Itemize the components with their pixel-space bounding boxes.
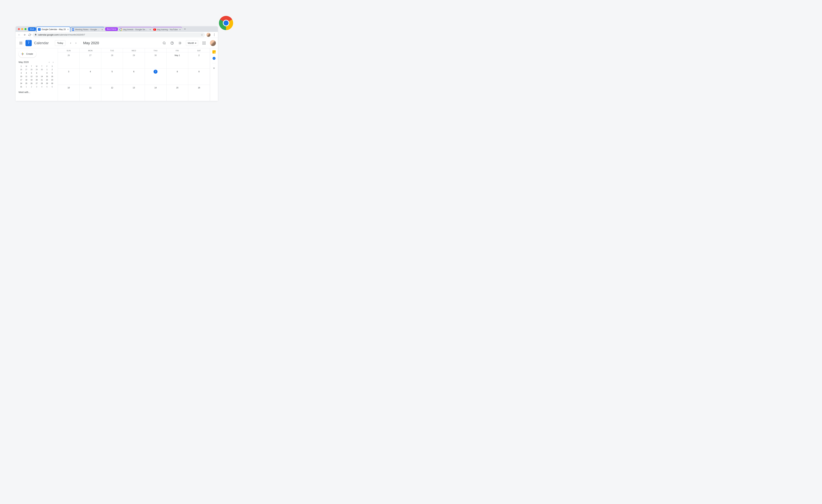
date-cell[interactable]: May 1 xyxy=(166,52,188,68)
close-window-button[interactable] xyxy=(18,28,20,30)
mini-next-button[interactable]: › xyxy=(51,60,55,64)
date-cell[interactable]: 7 xyxy=(145,69,166,85)
mini-day-cell[interactable]: 8 xyxy=(44,71,49,75)
prev-month-button[interactable]: ‹ xyxy=(68,40,73,46)
date-cell[interactable]: 13 xyxy=(123,85,145,101)
mini-day-cell[interactable]: 27 xyxy=(24,68,29,71)
close-tab-icon[interactable]: × xyxy=(149,28,151,31)
mini-day-cell[interactable]: 22 xyxy=(44,78,49,82)
mini-day-cell[interactable]: 28 xyxy=(29,68,34,71)
tab-calendar[interactable]: 7 Google Calendar - May 20 × xyxy=(36,27,70,32)
mini-day-cell[interactable]: 21 xyxy=(39,78,44,82)
mini-day-cell[interactable]: 13 xyxy=(34,75,39,78)
mini-day-cell[interactable]: 5 xyxy=(29,71,34,75)
mini-day-cell[interactable]: 23 xyxy=(50,78,55,82)
date-cell[interactable]: 11 xyxy=(80,85,101,101)
address-bar[interactable]: calendar.google.com/calendar/r/month/202… xyxy=(33,33,205,37)
date-cell[interactable]: 14 xyxy=(145,85,166,101)
date-cell[interactable]: 12 xyxy=(101,85,123,101)
mini-day-cell[interactable]: 4 xyxy=(39,85,44,89)
mini-day-cell[interactable]: 24 xyxy=(19,82,24,85)
mini-prev-button[interactable]: ‹ xyxy=(47,60,51,64)
mini-day-cell[interactable]: 7 xyxy=(39,71,44,75)
mini-day-cell[interactable]: 25 xyxy=(24,82,29,85)
date-cell[interactable]: 28 xyxy=(101,52,123,68)
forward-button[interactable] xyxy=(22,33,27,37)
tab-group-work[interactable]: Work xyxy=(28,27,36,31)
date-cell[interactable]: 26 xyxy=(58,52,80,68)
tab-docs[interactable]: Meeting Notes - Google Do × xyxy=(70,27,104,32)
mini-day-cell[interactable]: 12 xyxy=(29,75,34,78)
mini-day-cell[interactable]: 2 xyxy=(50,68,55,71)
google-apps-button[interactable] xyxy=(201,40,207,46)
mini-day-cell[interactable]: 9 xyxy=(50,71,55,75)
date-cell[interactable]: 10 xyxy=(58,85,80,101)
tasks-icon[interactable] xyxy=(213,57,216,60)
create-button[interactable]: Create xyxy=(19,50,36,57)
minimize-window-button[interactable] xyxy=(21,28,23,30)
reload-button[interactable] xyxy=(27,33,32,37)
tab-group-best-friend[interactable]: Best friend xyxy=(105,27,118,31)
date-cell[interactable]: 9 xyxy=(188,69,210,85)
date-cell[interactable]: 15 xyxy=(166,85,188,101)
mini-day-cell[interactable]: 29 xyxy=(34,68,39,71)
mini-day-cell[interactable]: 30 xyxy=(50,82,55,85)
help-button[interactable] xyxy=(169,40,175,46)
mini-day-cell[interactable]: 20 xyxy=(34,78,39,82)
mini-day-cell[interactable]: 4 xyxy=(24,71,29,75)
mini-day-cell[interactable]: 10 xyxy=(19,75,24,78)
mini-day-cell[interactable]: 29 xyxy=(44,82,49,85)
main-menu-button[interactable] xyxy=(18,40,24,46)
next-month-button[interactable]: › xyxy=(73,40,79,46)
mini-day-cell[interactable]: 15 xyxy=(44,75,49,78)
date-cell[interactable]: 30 xyxy=(145,52,166,68)
mini-day-cell[interactable]: 1 xyxy=(44,68,49,71)
mini-day-cell[interactable]: 5 xyxy=(44,85,49,89)
date-cell[interactable]: 8 xyxy=(166,69,188,85)
close-tab-icon[interactable]: × xyxy=(179,28,181,31)
date-cell[interactable]: 5 xyxy=(101,69,123,85)
keep-icon[interactable] xyxy=(213,50,216,54)
date-cell[interactable]: 29 xyxy=(123,52,145,68)
mini-day-cell[interactable]: 1 xyxy=(24,85,29,89)
add-addon-button[interactable]: + xyxy=(213,67,216,70)
meet-with-label[interactable]: Meet with... xyxy=(19,91,55,93)
mini-day-cell[interactable]: 3 xyxy=(19,71,24,75)
mini-day-cell[interactable]: 2 xyxy=(29,85,34,89)
mini-day-cell[interactable]: 31 xyxy=(19,85,24,89)
mini-day-cell[interactable]: 6 xyxy=(34,71,39,75)
settings-button[interactable] xyxy=(177,40,183,46)
today-button[interactable]: Today xyxy=(55,40,65,46)
date-cell[interactable]: 6 xyxy=(123,69,145,85)
mini-day-cell[interactable]: 30 xyxy=(39,68,44,71)
mini-day-cell[interactable]: 17 xyxy=(19,78,24,82)
date-cell[interactable]: 16 xyxy=(188,85,210,101)
back-button[interactable] xyxy=(17,33,22,37)
mini-day-cell[interactable]: 6 xyxy=(50,85,55,89)
view-selector[interactable]: Month ▾ xyxy=(186,40,198,46)
mini-day-cell[interactable]: 19 xyxy=(29,78,34,82)
date-cell[interactable]: 27 xyxy=(80,52,101,68)
mini-day-cell[interactable]: 11 xyxy=(24,75,29,78)
mini-day-cell[interactable]: 3 xyxy=(34,85,39,89)
mini-day-cell[interactable]: 16 xyxy=(50,75,55,78)
mini-day-cell[interactable]: 26 xyxy=(19,68,24,71)
date-cell[interactable]: 2 xyxy=(188,52,210,68)
tab-search[interactable]: dog breeds - Google Searc × xyxy=(118,27,152,32)
profile-avatar-icon[interactable] xyxy=(206,33,211,37)
search-button[interactable] xyxy=(161,40,167,46)
date-cell[interactable]: 3 xyxy=(58,69,80,85)
mini-day-cell[interactable]: 26 xyxy=(29,82,34,85)
close-tab-icon[interactable]: × xyxy=(67,28,68,31)
mini-day-cell[interactable]: 14 xyxy=(39,75,44,78)
tab-youtube[interactable]: dog training - YouTube × xyxy=(152,27,182,32)
mini-day-cell[interactable]: 27 xyxy=(34,82,39,85)
mini-day-cell[interactable]: 28 xyxy=(39,82,44,85)
date-cell[interactable]: 4 xyxy=(80,69,101,85)
mini-day-cell[interactable]: 18 xyxy=(24,78,29,82)
maximize-window-button[interactable] xyxy=(24,28,26,30)
close-tab-icon[interactable]: × xyxy=(102,28,103,31)
browser-menu-button[interactable] xyxy=(212,33,217,37)
account-avatar-icon[interactable] xyxy=(210,40,216,46)
bookmark-star-icon[interactable]: ☆ xyxy=(201,33,203,36)
